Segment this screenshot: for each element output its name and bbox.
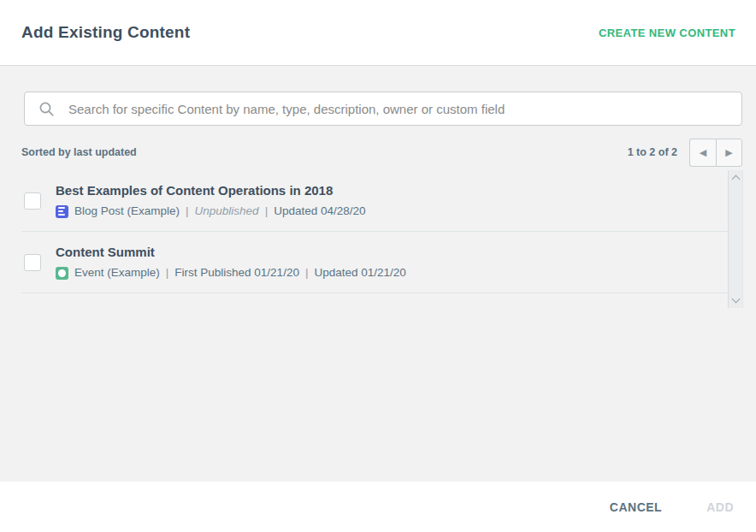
- item-type-label: Blog Post (Example): [74, 203, 180, 220]
- search-box: [24, 92, 742, 126]
- pagination-prev-button[interactable]: ◀: [689, 139, 716, 167]
- separator: |: [265, 203, 269, 220]
- cancel-button[interactable]: CANCEL: [610, 500, 662, 514]
- item-content: Content Summit Event (Example) | First P…: [56, 243, 742, 281]
- item-status-label: Unpublished: [195, 203, 259, 220]
- scrollbar[interactable]: [728, 170, 743, 308]
- pagination-next-button[interactable]: ▶: [716, 139, 742, 167]
- modal-title: Add Existing Content: [21, 23, 190, 42]
- item-updated-label: Updated 01/21/20: [314, 264, 405, 281]
- item-title: Content Summit: [56, 243, 742, 261]
- pagination: 1 to 2 of 2 ◀ ▶: [628, 139, 742, 167]
- arrow-right-icon: ▶: [725, 148, 732, 157]
- add-button[interactable]: ADD: [706, 500, 734, 514]
- item-meta: Event (Example) | First Published 01/21/…: [56, 264, 742, 281]
- add-existing-content-modal: Add Existing Content CREATE NEW CONTENT …: [0, 0, 756, 532]
- list-toolbar: Sorted by last updated 1 to 2 of 2 ◀ ▶: [21, 138, 742, 167]
- sorted-by-label: Sorted by last updated: [21, 146, 137, 158]
- item-checkbox[interactable]: [24, 192, 41, 210]
- item-type-label: Event (Example): [74, 264, 160, 281]
- modal-footer: CANCEL ADD: [0, 482, 756, 532]
- item-content: Best Examples of Content Operations in 2…: [56, 181, 742, 220]
- separator: |: [305, 264, 309, 281]
- modal-body: Sorted by last updated 1 to 2 of 2 ◀ ▶ B…: [0, 66, 756, 482]
- list-item[interactable]: Content Summit Event (Example) | First P…: [21, 232, 742, 293]
- item-title: Best Examples of Content Operations in 2…: [56, 181, 742, 199]
- event-icon: [56, 267, 68, 280]
- search-icon: [38, 101, 55, 117]
- item-updated-label: Updated 04/28/20: [274, 203, 365, 220]
- create-new-content-button[interactable]: CREATE NEW CONTENT: [599, 27, 735, 39]
- item-first-published-label: First Published 01/21/20: [174, 264, 299, 281]
- modal-header: Add Existing Content CREATE NEW CONTENT: [0, 0, 756, 66]
- separator: |: [166, 264, 169, 281]
- blog-post-icon: [56, 205, 68, 218]
- search-input[interactable]: [68, 102, 741, 116]
- pagination-buttons: ◀ ▶: [689, 139, 742, 167]
- chevron-down-icon[interactable]: [732, 295, 741, 304]
- content-list: Best Examples of Content Operations in 2…: [21, 170, 742, 293]
- item-checkbox[interactable]: [24, 254, 41, 271]
- item-meta: Blog Post (Example) | Unpublished | Upda…: [56, 203, 742, 220]
- list-item[interactable]: Best Examples of Content Operations in 2…: [21, 170, 742, 232]
- arrow-left-icon: ◀: [700, 148, 706, 157]
- separator: |: [186, 203, 189, 220]
- chevron-up-icon[interactable]: [732, 175, 741, 184]
- pagination-range-label: 1 to 2 of 2: [628, 146, 677, 158]
